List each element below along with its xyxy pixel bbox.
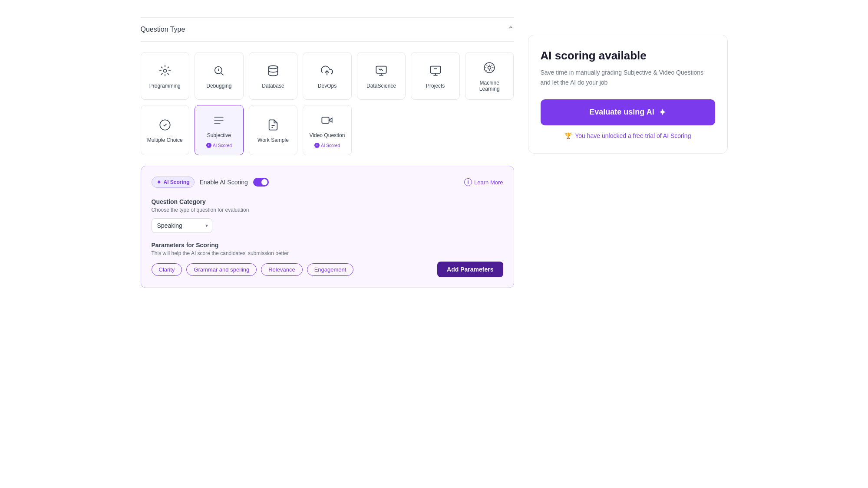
datascience-icon — [375, 65, 387, 79]
param-grammar[interactable]: Grammar and spelling — [186, 263, 257, 276]
ai-scoring-left: ✦ AI Scoring Enable AI Scoring — [152, 177, 269, 188]
question-card-subjective[interactable]: Subjective ✦ AI Scored — [195, 105, 244, 155]
video-question-label: Video Question — [310, 132, 345, 138]
datascience-label: DataScience — [366, 83, 396, 89]
video-ai-scored-badge: ✦ AI Scored — [314, 143, 340, 148]
chevron-up-icon: ⌃ — [508, 25, 514, 34]
category-select-wrapper: Speaking Writing Reading Listening ▾ — [152, 218, 212, 233]
projects-label: Projects — [426, 83, 445, 89]
question-card-datascience[interactable]: DataScience — [357, 52, 406, 100]
svg-point-2 — [268, 66, 277, 69]
ai-badge-icon: ✦ — [206, 143, 211, 148]
ai-scoring-badge-label: AI Scoring — [164, 179, 190, 185]
multiple-choice-label: Multiple Choice — [147, 137, 183, 143]
param-relevance[interactable]: Relevance — [261, 263, 302, 276]
param-engagement[interactable]: Engagement — [307, 263, 354, 276]
devops-icon — [321, 65, 333, 79]
work-sample-label: Work Sample — [257, 137, 289, 143]
machine-learning-label: Machine Learning — [470, 80, 509, 92]
devops-label: DevOps — [318, 83, 337, 89]
ai-scoring-badge: ✦ AI Scoring — [152, 177, 195, 188]
question-category-section: Question Category Choose the type of que… — [152, 198, 503, 233]
ai-available-title: AI scoring available — [541, 49, 715, 62]
question-card-database[interactable]: Database — [249, 52, 298, 100]
ai-available-desc: Save time in manually grading Subjective… — [541, 68, 715, 87]
question-type-section-header[interactable]: Question Type ⌃ — [141, 17, 514, 42]
question-card-video-question[interactable]: Video Question ✦ AI Scored — [303, 105, 352, 155]
question-card-devops[interactable]: DevOps — [303, 52, 352, 100]
free-trial-label: You have unlocked a free trial of AI Sco… — [575, 132, 691, 139]
section-title: Question Type — [141, 26, 185, 33]
category-select[interactable]: Speaking Writing Reading Listening — [152, 218, 212, 233]
subjective-label: Subjective — [207, 132, 231, 138]
evaluate-using-ai-button[interactable]: Evaluate using AI ✦ — [541, 99, 715, 125]
machine-learning-icon — [483, 62, 495, 75]
question-card-work-sample[interactable]: Work Sample — [249, 105, 298, 155]
svg-rect-13 — [322, 117, 329, 123]
enable-ai-scoring-label: Enable AI Scoring — [200, 179, 248, 186]
free-trial-text: 🏆 You have unlocked a free trial of AI S… — [541, 132, 715, 139]
programming-icon — [159, 65, 171, 79]
ai-star-icon: ✦ — [156, 179, 162, 186]
learn-more-text: Learn More — [474, 179, 503, 186]
add-parameters-button[interactable]: Add Parameters — [437, 262, 503, 277]
question-card-machine-learning[interactable]: Machine Learning — [465, 52, 514, 100]
learn-more-link[interactable]: i Learn More — [464, 178, 503, 186]
question-category-label: Question Category — [152, 198, 503, 205]
sparkle-icon: ✦ — [659, 107, 666, 118]
question-card-debugging[interactable]: Debugging — [195, 52, 244, 100]
param-clarity[interactable]: Clarity — [152, 263, 182, 276]
projects-icon — [429, 65, 442, 79]
info-icon: i — [464, 178, 472, 186]
debugging-icon — [213, 65, 225, 79]
ai-scoring-header: ✦ AI Scoring Enable AI Scoring i Learn M… — [152, 177, 503, 188]
database-label: Database — [262, 83, 284, 89]
evaluate-btn-label: Evaluate using AI — [589, 108, 654, 117]
svg-rect-5 — [430, 66, 440, 73]
ai-available-card: AI scoring available Save time in manual… — [528, 35, 728, 154]
parameters-label: Parameters for Scoring — [152, 242, 503, 249]
question-type-grid: Programming Debugging — [141, 52, 514, 155]
multiple-choice-icon — [159, 119, 171, 133]
debugging-label: Debugging — [206, 83, 231, 89]
parameters-section: Parameters for Scoring This will help th… — [152, 242, 503, 277]
enable-ai-scoring-toggle[interactable] — [253, 178, 269, 187]
svg-point-6 — [488, 66, 491, 69]
video-ai-badge-icon: ✦ — [314, 143, 320, 148]
question-card-multiple-choice[interactable]: Multiple Choice — [141, 105, 190, 155]
database-icon — [267, 65, 279, 79]
work-sample-icon — [267, 119, 279, 133]
question-card-programming[interactable]: Programming — [141, 52, 190, 100]
trophy-icon: 🏆 — [564, 132, 572, 139]
question-category-sublabel: Choose the type of question for evaluati… — [152, 207, 503, 213]
parameters-sublabel: This will help the AI score the candidat… — [152, 250, 503, 256]
subjective-ai-scored-badge: ✦ AI Scored — [206, 143, 232, 148]
right-panel: AI scoring available Save time in manual… — [528, 17, 728, 288]
left-panel: Question Type ⌃ Programming — [141, 17, 514, 288]
question-card-projects[interactable]: Projects — [411, 52, 460, 100]
video-question-icon — [321, 114, 333, 128]
programming-label: Programming — [149, 83, 181, 89]
ai-scoring-panel: ✦ AI Scoring Enable AI Scoring i Learn M… — [141, 166, 514, 288]
svg-point-0 — [163, 69, 166, 72]
subjective-icon — [213, 114, 225, 128]
parameters-row: Clarity Grammar and spelling Relevance E… — [152, 262, 503, 277]
